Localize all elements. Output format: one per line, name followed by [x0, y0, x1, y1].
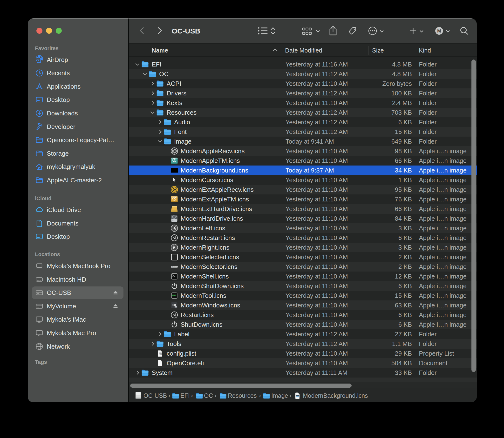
svg-text:EXEC: EXEC	[172, 295, 176, 296]
svg-text:M: M	[437, 28, 441, 33]
svg-text:Continue: Continue	[172, 266, 177, 268]
